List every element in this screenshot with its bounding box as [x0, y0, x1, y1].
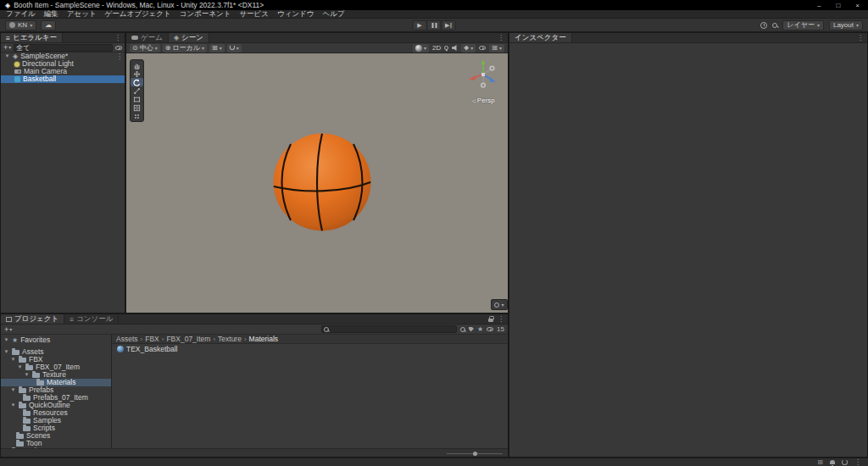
- shading-mode-dropdown[interactable]: ▾: [413, 44, 429, 53]
- panel-menu-icon[interactable]: ⋮: [857, 35, 864, 42]
- breadcrumb-fbx[interactable]: FBX: [145, 335, 159, 343]
- move-tool-button[interactable]: [131, 69, 143, 78]
- view-tool-button[interactable]: [131, 61, 143, 69]
- tab-scene[interactable]: ◈ シーン: [169, 33, 209, 42]
- overlay-menu[interactable]: ▾: [491, 299, 508, 310]
- account-button[interactable]: KN ▾: [5, 20, 36, 31]
- search-by-label-icon[interactable]: [469, 327, 474, 332]
- menu-file[interactable]: ファイル: [2, 9, 40, 19]
- tab-inspector[interactable]: インスペクター: [509, 33, 572, 42]
- rotate-tool-button[interactable]: [131, 78, 143, 86]
- scene-visibility-icon[interactable]: [115, 46, 122, 50]
- foldout-open-icon[interactable]: ▼: [10, 356, 16, 363]
- scale-tool-button[interactable]: [131, 86, 143, 95]
- foldout-open-icon[interactable]: ▼: [17, 363, 23, 371]
- foldout-open-icon[interactable]: ▼: [3, 336, 9, 344]
- breadcrumb-assets[interactable]: Assets: [116, 335, 138, 343]
- slider-thumb[interactable]: [473, 452, 477, 456]
- pause-button[interactable]: [427, 20, 442, 31]
- project-search[interactable]: [321, 325, 457, 333]
- inspector-panel: インスペクター ⋮: [509, 32, 868, 458]
- foldout-open-icon[interactable]: ▼: [4, 53, 10, 60]
- hidden-packages-count: 15: [497, 325, 504, 333]
- menu-window[interactable]: ウィンドウ: [273, 9, 319, 19]
- save-search-icon[interactable]: ★: [477, 326, 483, 333]
- layout-dropdown[interactable]: Layout ▾: [829, 20, 863, 31]
- tab-hierarchy[interactable]: ≡ ヒエラルキー: [1, 33, 63, 42]
- handle-space-dropdown[interactable]: ⊕ ローカル ▾: [163, 44, 207, 53]
- tab-project[interactable]: プロジェクト: [1, 314, 64, 324]
- hierarchy-item-main-camera[interactable]: Main Camera: [1, 68, 125, 75]
- menu-assets[interactable]: アセット: [63, 9, 101, 19]
- tab-game[interactable]: ゲーム: [126, 33, 169, 42]
- maximize-button[interactable]: □: [836, 2, 840, 9]
- create-asset-button[interactable]: +▾: [4, 325, 12, 334]
- basketball-object[interactable]: [272, 132, 372, 232]
- scene-options-icon[interactable]: ⋮: [116, 53, 123, 60]
- close-button[interactable]: ×: [855, 2, 860, 9]
- gizmos-dropdown[interactable]: ⊞ ▾: [489, 44, 504, 53]
- tree-item-scenes[interactable]: Scenes: [1, 432, 111, 440]
- create-object-button[interactable]: +▾: [3, 43, 11, 52]
- tree-item-favorites[interactable]: ▼ ★ Favorites: [1, 336, 111, 344]
- menu-edit[interactable]: 編集: [40, 9, 63, 19]
- lock-icon[interactable]: [488, 319, 493, 322]
- audio-toggle-icon[interactable]: [452, 45, 458, 51]
- pivot-mode-dropdown[interactable]: ⊙ 中心 ▾: [130, 44, 160, 53]
- scene-row[interactable]: ▼ ◈ SampleScene* ⋮: [1, 53, 125, 60]
- menu-services[interactable]: サービス: [235, 9, 273, 19]
- hidden-packages-icon[interactable]: [487, 327, 493, 331]
- hierarchy-search-input[interactable]: [16, 44, 110, 52]
- layers-dropdown[interactable]: レイヤー ▾: [782, 20, 824, 31]
- tree-item-toon[interactable]: Toon: [1, 440, 111, 447]
- orientation-gizmo[interactable]: ◁ Persp: [464, 55, 503, 104]
- scene-viewport[interactable]: ◁ Persp ▾: [126, 53, 508, 313]
- grid-snap-dropdown[interactable]: ⊞ ▾: [209, 44, 225, 53]
- undo-history-icon[interactable]: [760, 22, 767, 29]
- cloud-services-button[interactable]: ☁: [41, 20, 56, 31]
- step-button[interactable]: ▶: [442, 20, 456, 31]
- notification-bell-icon[interactable]: [830, 460, 835, 464]
- status-menu-icon[interactable]: ⋮: [854, 459, 861, 466]
- tree-item-scripts[interactable]: Scripts: [1, 424, 111, 432]
- panel-menu-icon[interactable]: ⋮: [498, 316, 504, 323]
- foldout-open-icon[interactable]: ▼: [10, 402, 16, 409]
- project-search-input[interactable]: [331, 325, 454, 333]
- menu-gameobject[interactable]: ゲームオブジェクト: [101, 9, 175, 19]
- foldout-open-icon[interactable]: ▼: [24, 371, 30, 379]
- search-icon[interactable]: [772, 23, 777, 28]
- icon-size-slider[interactable]: [447, 453, 503, 454]
- tree-item-samples[interactable]: Samples: [1, 417, 111, 424]
- 2d-toggle[interactable]: 2D: [432, 44, 441, 52]
- foldout-open-icon[interactable]: ▼: [10, 386, 16, 394]
- progress-spinner-icon[interactable]: [842, 459, 848, 465]
- menu-help[interactable]: ヘルプ: [319, 9, 349, 19]
- foldout-open-icon[interactable]: ▼: [3, 348, 9, 356]
- hierarchy-search[interactable]: [14, 44, 113, 52]
- effects-dropdown[interactable]: ▾: [461, 44, 476, 53]
- snap-toggle[interactable]: ▾: [227, 44, 242, 53]
- tree-item-assets[interactable]: ▼ Assets: [1, 348, 111, 356]
- status-console-icon[interactable]: ⊞: [817, 458, 823, 466]
- menu-component[interactable]: コンポーネント: [175, 9, 236, 19]
- hierarchy-item-directional-light[interactable]: Directional Light: [1, 60, 125, 68]
- play-button[interactable]: ▶: [413, 20, 427, 31]
- rect-tool-button[interactable]: [131, 95, 143, 103]
- custom-tools-button[interactable]: [131, 112, 143, 120]
- breadcrumb-texture[interactable]: Texture: [218, 335, 242, 343]
- lighting-toggle-icon[interactable]: [444, 46, 448, 50]
- minimize-button[interactable]: –: [817, 2, 821, 9]
- hidden-objects-toggle-icon[interactable]: [479, 46, 486, 50]
- hierarchy-item-basketball[interactable]: Basketball: [1, 75, 125, 83]
- panel-menu-icon[interactable]: ⋮: [114, 35, 121, 42]
- projection-toggle[interactable]: ◁ Persp: [464, 97, 503, 104]
- search-by-type-icon[interactable]: [460, 327, 465, 332]
- breadcrumb-materials[interactable]: Materials: [249, 335, 278, 343]
- tree-item-materials[interactable]: Materials: [1, 379, 111, 386]
- axis-gizmo-icon[interactable]: [464, 55, 503, 94]
- breadcrumb-fbx-07-item[interactable]: FBX_07_Item: [166, 335, 210, 343]
- tab-console[interactable]: ≡ コンソール: [64, 314, 119, 324]
- panel-menu-icon[interactable]: ⋮: [498, 35, 504, 42]
- transform-tool-button[interactable]: [131, 103, 143, 112]
- asset-item-tex-basketball[interactable]: TEX_Basketball: [112, 344, 508, 352]
